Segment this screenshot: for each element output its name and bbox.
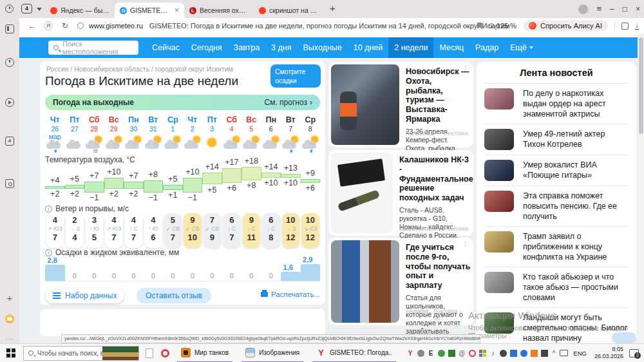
breadcrumb[interactable]: Россия / Новосибирская область / городск… — [46, 65, 233, 73]
day-column[interactable]: Чт2 — [183, 115, 203, 155]
forecast-tab[interactable]: 3 дня — [265, 37, 297, 58]
print-link[interactable]: Распечатать... — [261, 291, 320, 298]
search-highlight-image[interactable] — [102, 347, 138, 360]
news-item[interactable]: Умер вокалист ВИА «Поющие гитары» — [484, 155, 629, 186]
forecast-tab[interactable]: Ещё — [504, 37, 539, 58]
close-button[interactable]: × — [636, 0, 640, 18]
browser-tab[interactable]: GGISMETEO: Погода в И× — [115, 3, 184, 18]
tabs-panel-icon[interactable]: 4 — [5, 137, 14, 146]
maximize-button[interactable]: □ — [623, 0, 627, 18]
green-app-icon[interactable] — [448, 350, 455, 357]
taskbar-app-gismeteo[interactable]: YGISMETEO: Погода.. — [312, 344, 396, 362]
ad-title[interactable]: Новосибирск — Охота, рыбалка, туризм — В… — [406, 64, 471, 124]
forecast-tab[interactable]: Месяц — [433, 37, 469, 58]
chevron-down-icon[interactable] — [37, 8, 42, 11]
zoom-control[interactable]: 125 % — [489, 22, 516, 30]
weekend-banner-link[interactable]: См. прогноз — [265, 98, 307, 107]
forecast-tab[interactable]: Выходные — [298, 37, 348, 58]
forecast-tab[interactable]: 10 дней — [348, 37, 389, 58]
day-column[interactable]: Сб28 — [84, 115, 104, 155]
site-info-icon[interactable] — [77, 23, 84, 29]
ad-card[interactable]: Калашников НК-3 - Фундаментальное решени… — [328, 150, 473, 236]
forecast-tab[interactable]: 2 недели — [388, 37, 433, 58]
tray-expand-icon[interactable]: ^ — [553, 350, 556, 357]
ad-card[interactable]: ⋮ Где учиться после 9-го, чтобы получать… — [328, 238, 473, 325]
history-icon[interactable] — [5, 58, 14, 67]
day-column[interactable]: Пн6 — [261, 115, 281, 155]
back-icon[interactable]: ← — [28, 21, 36, 30]
forecast-tab[interactable]: Сейчас — [146, 37, 185, 58]
day-column[interactable]: Пт27 — [65, 115, 85, 155]
browser-menu-icon[interactable]: ≡ — [596, 0, 601, 18]
update-badge-icon[interactable] — [531, 350, 538, 357]
profile-avatar[interactable] — [578, 5, 588, 14]
ad-title[interactable]: Калашников НК-3 - Фундаментальное решени… — [399, 153, 471, 203]
collections-icon[interactable] — [621, 23, 629, 30]
location-search-input[interactable]: Поиск местоположения — [48, 41, 138, 55]
browser-tab[interactable]: Яндекс — быстрый поиск — [45, 3, 115, 18]
news-item[interactable]: Трамп заявил о приближении к концу конфл… — [484, 227, 629, 267]
yandex-browser-icon[interactable]: Y — [407, 350, 414, 357]
minimize-button[interactable]: – — [610, 0, 614, 18]
taskbar-app-images[interactable]: Изображения — [242, 344, 303, 362]
mail-at-icon[interactable]: @ — [459, 350, 466, 357]
taskbar-app-tanks[interactable]: Мир танков — [177, 344, 232, 362]
day-column[interactable]: Пн30 — [124, 115, 144, 155]
browser-tab[interactable]: скриншот на компьютере — [254, 3, 323, 18]
notification-center-icon[interactable]: 2 — [629, 349, 639, 357]
volume-icon[interactable]: ♪ — [489, 350, 497, 357]
bluetooth-icon[interactable] — [520, 350, 527, 357]
start-button[interactable] — [6, 348, 15, 357]
refresh-icon[interactable]: ↻ — [62, 21, 68, 30]
day-column[interactable]: Вс29 — [104, 115, 124, 155]
alice-suggest-pill[interactable] — [612, 332, 636, 343]
network-monitor-icon[interactable] — [560, 350, 568, 356]
url-text[interactable]: www.gismeteo.ru — [89, 22, 143, 30]
messenger-icon[interactable] — [417, 350, 424, 357]
eye-app-icon[interactable] — [500, 350, 507, 357]
browser-tab[interactable]: LВесенняя охота НСО 202 — [184, 3, 254, 18]
dataset-button[interactable]: Набор данных — [45, 288, 124, 303]
forecast-tab[interactable]: Радар — [469, 37, 504, 58]
day-column[interactable]: Пт3 — [202, 115, 222, 155]
screenshot-icon[interactable] — [5, 179, 14, 188]
video-icon[interactable] — [5, 98, 14, 107]
defender-shield-icon[interactable] — [510, 350, 517, 357]
weekend-banner[interactable]: Погода на выходные См. прогноз› — [45, 95, 320, 110]
day-column[interactable]: Вт31 — [144, 115, 164, 155]
yandex-search-icon[interactable]: Я — [44, 21, 53, 30]
ad-card[interactable]: ⋮ Новосибирск — Охота, рыбалка, туризм —… — [328, 62, 473, 148]
taskbar-search-input[interactable]: Чтобы начать поиск, введите — [23, 346, 139, 361]
keyboard-icon[interactable] — [541, 350, 548, 357]
tab-close-icon[interactable]: × — [175, 6, 179, 15]
new-tab-button[interactable]: + — [330, 3, 336, 14]
yandex-mail-icon[interactable] — [5, 314, 14, 323]
news-item[interactable]: Кто такой абьюзер и что такое абьюз — пр… — [484, 267, 629, 308]
info-icon[interactable] — [45, 249, 52, 256]
day-column[interactable]: Вт7 — [281, 115, 301, 155]
opera-icon[interactable] — [161, 349, 169, 357]
leaf-app-icon[interactable] — [438, 350, 445, 357]
feedback-button[interactable]: Оставить отзыв — [137, 288, 211, 303]
ad-title[interactable]: Где учиться после 9-го, чтобы получать о… — [406, 240, 471, 291]
news-item[interactable]: По делу о наркотиках выдан ордер на арес… — [484, 84, 629, 124]
day-column[interactable]: Чт26 мар — [45, 115, 65, 155]
opera-tray-icon[interactable] — [469, 350, 476, 357]
forecast-tab[interactable]: Сегодня — [185, 37, 228, 58]
language-indicator[interactable]: ENG — [573, 350, 587, 357]
page-scrollbar[interactable] — [638, 33, 644, 343]
ask-alice-button[interactable]: Спросить Алису AI — [523, 20, 608, 32]
tab-counter[interactable]: 4 — [21, 4, 32, 14]
news-item[interactable]: Эта справка поможет повысить пенсию. Где… — [484, 186, 629, 227]
scrollbar-thumb[interactable] — [639, 37, 643, 134]
taskbar-clock[interactable]: 8:05 26.03.2026 — [594, 346, 623, 360]
info-icon[interactable] — [45, 205, 52, 213]
day-column[interactable]: Сб4 — [222, 115, 242, 155]
file-explorer-icon[interactable] — [146, 348, 153, 358]
news-item[interactable]: Умер 49-летний актер Тихон Котрелев — [484, 124, 629, 155]
app-e-icon[interactable]: E — [428, 350, 435, 357]
grid-app-icon[interactable] — [479, 350, 486, 357]
panels-icon[interactable] — [5, 24, 14, 33]
more-actions-icon[interactable]: ··· — [462, 22, 471, 30]
add-panel-icon[interactable]: + — [5, 294, 14, 303]
